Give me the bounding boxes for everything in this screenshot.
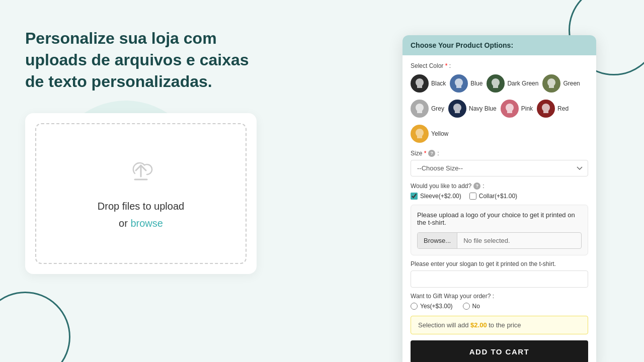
color-swatch-yellow bbox=[411, 125, 429, 143]
gift-no-radio[interactable] bbox=[463, 303, 470, 310]
sleeve-label: Sleeve(+$2.00) bbox=[420, 193, 461, 200]
upload-logo-section: Please upload a logo of your choice to g… bbox=[411, 205, 588, 255]
color-section-label: Select Color * : bbox=[411, 62, 588, 69]
size-section: Size * ? : --Choose Size-- S M L XL XXL bbox=[411, 150, 588, 176]
color-label-grey: Grey bbox=[431, 105, 444, 112]
main-heading: Personalize sua loja com uploads de arqu… bbox=[25, 28, 257, 93]
size-label: Size * bbox=[411, 150, 426, 157]
price-amount: $2.00 bbox=[470, 321, 487, 329]
browse-link[interactable]: browse bbox=[130, 218, 163, 229]
color-label-yellow: Yellow bbox=[431, 130, 448, 137]
color-swatch-grey bbox=[411, 100, 429, 118]
addon-label: Would you like to add? bbox=[411, 183, 471, 190]
color-swatch-green bbox=[542, 74, 560, 93]
addon-help-icon[interactable]: ? bbox=[473, 183, 480, 190]
deco-circle-bottom-left bbox=[0, 292, 70, 362]
price-notice-prefix: Selection will add bbox=[418, 321, 468, 329]
color-option-grey[interactable]: Grey bbox=[411, 100, 444, 118]
color-option-black[interactable]: Black bbox=[411, 74, 446, 93]
upload-text: Drop files to upload or browse bbox=[98, 198, 184, 232]
color-grid-row3: Yellow bbox=[411, 125, 588, 143]
color-swatch-pink bbox=[501, 100, 519, 118]
color-swatch-black bbox=[411, 74, 429, 93]
collar-label: Collar(+$1.00) bbox=[479, 193, 517, 200]
addon-sleeve[interactable]: Sleeve(+$2.00) bbox=[411, 193, 461, 200]
gift-label: Want to Gift Wrap your order? : bbox=[411, 293, 588, 300]
panel-body: Select Color * : Black Blue bbox=[403, 55, 596, 362]
color-label-pink: Pink bbox=[521, 105, 533, 112]
color-label-blue: Blue bbox=[470, 80, 482, 87]
gift-options: Yes(+$3.00) No bbox=[411, 303, 588, 310]
color-swatch-blue bbox=[450, 74, 468, 93]
gift-no[interactable]: No bbox=[463, 303, 480, 310]
color-option-pink[interactable]: Pink bbox=[501, 100, 533, 118]
price-notice: Selection will add $2.00 to the price bbox=[411, 316, 588, 334]
panel-header: Choose Your Product Options: bbox=[403, 35, 596, 55]
file-input-row: Browse... No file selected. bbox=[417, 232, 582, 249]
color-label-green: Green bbox=[563, 80, 580, 87]
sleeve-checkbox[interactable] bbox=[411, 193, 418, 200]
gift-yes[interactable]: Yes(+$3.00) bbox=[411, 303, 453, 310]
size-help-icon[interactable]: ? bbox=[428, 150, 435, 157]
file-browse-button[interactable]: Browse... bbox=[418, 233, 457, 248]
upload-cloud-icon bbox=[125, 155, 157, 190]
gift-yes-radio[interactable] bbox=[411, 303, 418, 310]
color-label-dark-green: Dark Green bbox=[507, 80, 538, 87]
color-grid: Black Blue Dark Green Gree bbox=[411, 74, 588, 93]
left-content: Personalize sua loja com uploads de arqu… bbox=[25, 28, 257, 274]
gift-no-label: No bbox=[472, 303, 480, 310]
add-to-cart-button[interactable]: ADD TO CART bbox=[411, 340, 588, 362]
color-swatch-navy-blue bbox=[448, 100, 466, 118]
color-option-red[interactable]: Red bbox=[537, 100, 569, 118]
upload-box[interactable]: Drop files to upload or browse bbox=[25, 113, 257, 274]
color-label-navy-blue: Navy Blue bbox=[469, 105, 497, 112]
file-name-display: No file selected. bbox=[457, 233, 581, 248]
size-select[interactable]: --Choose Size-- S M L XL XXL bbox=[411, 160, 588, 176]
addon-collar[interactable]: Collar(+$1.00) bbox=[469, 193, 517, 200]
slogan-label: Please enter your slogan to get it print… bbox=[411, 260, 588, 267]
gift-section: Want to Gift Wrap your order? : Yes(+$3.… bbox=[411, 293, 588, 310]
slogan-input[interactable] bbox=[411, 270, 588, 288]
slogan-section: Please enter your slogan to get it print… bbox=[411, 260, 588, 288]
upload-dropzone[interactable]: Drop files to upload or browse bbox=[35, 123, 247, 264]
price-notice-suffix: to the price bbox=[489, 321, 521, 329]
upload-logo-text: Please upload a logo of your choice to g… bbox=[417, 211, 582, 226]
color-option-dark-green[interactable]: Dark Green bbox=[487, 74, 538, 93]
color-option-green[interactable]: Green bbox=[542, 74, 580, 93]
color-option-navy-blue[interactable]: Navy Blue bbox=[448, 100, 497, 118]
color-grid-row2: Grey Navy Blue Pink Red bbox=[411, 100, 588, 118]
color-label-black: Black bbox=[431, 80, 446, 87]
color-option-yellow[interactable]: Yellow bbox=[411, 125, 448, 143]
collar-checkbox[interactable] bbox=[469, 193, 476, 200]
product-panel: Choose Your Product Options: Select Colo… bbox=[403, 35, 596, 362]
addons-section: Would you like to add? ? : Sleeve(+$2.00… bbox=[411, 183, 588, 200]
gift-yes-label: Yes(+$3.00) bbox=[420, 303, 453, 310]
color-swatch-dark-green bbox=[487, 74, 505, 93]
color-label-red: Red bbox=[557, 105, 569, 112]
color-swatch-red bbox=[537, 100, 555, 118]
color-option-blue[interactable]: Blue bbox=[450, 74, 482, 93]
addons-row: Sleeve(+$2.00) Collar(+$1.00) bbox=[411, 193, 588, 200]
